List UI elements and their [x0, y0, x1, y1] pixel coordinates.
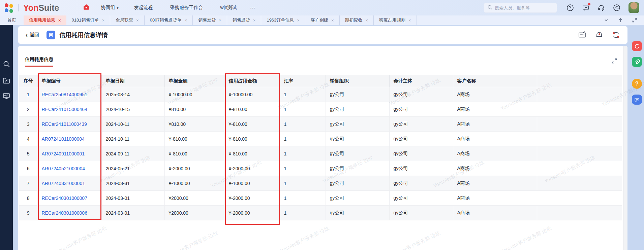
cell-filler — [537, 206, 622, 220]
tab[interactable]: 0007销售退货单× — [145, 15, 193, 25]
table-row: 4 AR07241011000004 2024-10-11 ¥-810.00 ¥… — [19, 132, 622, 146]
cell-doc-date: 2024-03-01 — [101, 206, 164, 220]
tab[interactable]: 0181销售订单× — [66, 15, 111, 25]
cell-exchange-rate: 1 — [280, 132, 326, 146]
help-bubble-icon[interactable]: ? — [632, 79, 642, 89]
section-tab-credit-info[interactable]: 信用耗用信息 — [25, 57, 53, 67]
sidebar-favorites-folder-icon[interactable] — [2, 77, 10, 85]
cell-seq: 7 — [19, 176, 37, 191]
cell-sales-org: gy公司 — [326, 206, 389, 220]
sidebar-search-icon[interactable] — [2, 60, 10, 68]
cell-doc-no-link[interactable]: RECar240301000006 — [37, 206, 101, 220]
cell-filler — [537, 161, 622, 176]
feedback-clipboard-icon[interactable] — [632, 95, 642, 105]
cell-doc-no-link[interactable]: AR07240331000001 — [37, 176, 101, 191]
cell-exchange-rate: 1 — [280, 176, 326, 191]
col-header-doc-amount: 单据金额 — [164, 75, 224, 87]
tab[interactable]: 1963订单信息× — [261, 15, 305, 25]
cell-seq: 2 — [19, 102, 37, 117]
more-menu-icon[interactable]: ⋯ — [250, 5, 256, 11]
cell-filler — [537, 117, 622, 132]
message-icon[interactable] — [582, 4, 589, 11]
cell-doc-no-link[interactable]: AR07240911000001 — [37, 146, 101, 161]
tab[interactable]: 客户创建× — [305, 15, 340, 25]
close-icon[interactable]: × — [297, 18, 300, 23]
cell-doc-amount: ¥810.00 — [164, 117, 224, 132]
cell-accounting-entity: gy公司 — [389, 146, 453, 161]
keyboard-shortcuts-icon[interactable] — [578, 31, 586, 39]
close-icon[interactable]: × — [408, 18, 411, 23]
help-icon[interactable] — [566, 4, 574, 11]
close-icon[interactable]: × — [253, 18, 256, 23]
cell-doc-no-link[interactable]: RECar240301000007 — [37, 191, 101, 206]
back-chevron-icon: ‹ — [26, 32, 28, 39]
cell-filler — [537, 176, 622, 191]
alert-bell-icon[interactable] — [595, 31, 603, 39]
tab[interactable]: 销售发货× — [193, 15, 227, 25]
cell-accounting-entity: gy公司 — [389, 102, 453, 117]
tab[interactable]: 全局联查× — [110, 15, 145, 25]
expand-icon[interactable] — [632, 17, 637, 23]
cell-credit-amount: ¥-2000.00 — [224, 206, 280, 220]
cell-filler — [537, 87, 622, 102]
tab[interactable]: 销售退货× — [227, 15, 262, 25]
avatar[interactable] — [628, 2, 639, 13]
cell-filler — [537, 102, 622, 117]
search-icon — [487, 5, 492, 11]
cell-accounting-entity: gy公司 — [389, 191, 453, 206]
close-icon[interactable]: × — [185, 18, 187, 23]
upload-arrow-icon[interactable] — [618, 17, 623, 23]
headset-icon[interactable] — [597, 4, 605, 11]
home-icon[interactable] — [83, 4, 90, 12]
cell-doc-no-link[interactable]: RECar241011000439 — [37, 117, 101, 132]
close-icon[interactable]: × — [136, 18, 139, 23]
sidebar-dashboard-icon[interactable] — [2, 92, 10, 100]
cell-customer-name: A商场 — [453, 206, 537, 220]
tab[interactable]: 额度占用规则× — [374, 15, 417, 25]
close-icon[interactable]: × — [366, 18, 368, 23]
scrollbar-track[interactable] — [623, 46, 627, 250]
service-globe-icon[interactable] — [613, 4, 620, 11]
cell-doc-no-link[interactable]: RECar241015000464 — [37, 102, 101, 117]
search-input[interactable] — [495, 5, 552, 10]
cell-seq: 6 — [19, 161, 37, 176]
fullscreen-icon[interactable] — [611, 58, 617, 65]
cell-credit-amount: ¥-10000.00 — [224, 87, 280, 102]
ring-assistant-icon[interactable] — [632, 41, 642, 51]
floating-toolbar: ? — [631, 41, 643, 110]
col-header-filler — [537, 75, 622, 87]
close-icon[interactable]: × — [219, 18, 221, 23]
nav-item[interactable]: 发起流程 — [134, 5, 155, 11]
tab-bar: 首页 信用耗用信息×0181销售订单×全局联查×0007销售退货单×销售发货×销… — [0, 15, 644, 25]
cell-doc-amount: ¥2000.00 — [164, 206, 224, 220]
yonyou-logo-icon[interactable] — [5, 3, 13, 12]
close-icon[interactable]: × — [58, 18, 61, 23]
cell-doc-date: 2024-03-01 — [101, 191, 164, 206]
global-search[interactable] — [484, 3, 557, 13]
cell-seq: 8 — [19, 191, 37, 206]
cell-exchange-rate: 1 — [280, 146, 326, 161]
table-row: 9 RECar240301000006 2024-03-01 ¥2000.00 … — [19, 206, 622, 220]
nav-item[interactable]: 协同组▾ — [101, 5, 119, 11]
cell-exchange-rate: 1 — [280, 117, 326, 132]
nav-item[interactable]: 采购服务工作台 — [170, 5, 205, 11]
cell-seq: 9 — [19, 206, 37, 220]
table-row: 1 RECar250814000951 2025-08-14 ¥ 10000.0… — [19, 87, 622, 102]
back-button[interactable]: ‹返回 — [26, 32, 39, 39]
close-icon[interactable]: × — [102, 18, 105, 23]
tab[interactable]: 信用耗用信息× — [24, 15, 66, 25]
cell-doc-no-link[interactable]: AR07241011000004 — [37, 132, 101, 146]
attachment-folder-icon[interactable] — [632, 57, 642, 67]
refresh-icon[interactable] — [612, 31, 620, 39]
tab[interactable]: 期初应收× — [340, 15, 374, 25]
close-icon[interactable]: × — [331, 18, 334, 23]
tab-home[interactable]: 首页 — [0, 15, 24, 25]
cell-exchange-rate: 1 — [280, 206, 326, 220]
cell-doc-no-link[interactable]: RECar250814000951 — [37, 87, 101, 102]
tabs-collapse-icon[interactable] — [604, 17, 609, 23]
cell-customer-name: A商场 — [453, 176, 537, 191]
nav-item[interactable]: wjn测试 — [220, 5, 239, 11]
cell-doc-no-link[interactable]: AR07240521000004 — [37, 161, 101, 176]
cell-filler — [537, 191, 622, 206]
cell-customer-name: A商场 — [453, 117, 537, 132]
